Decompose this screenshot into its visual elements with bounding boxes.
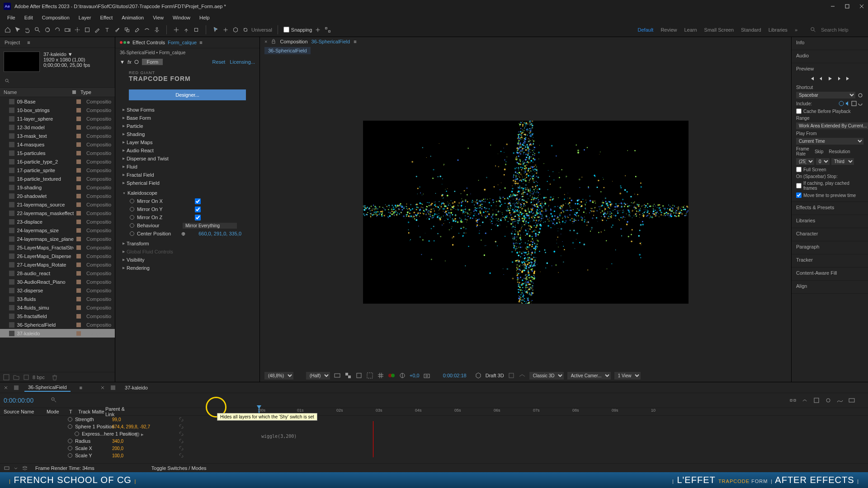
snap-grid-icon[interactable] [324,26,332,34]
col-mode[interactable]: Mode [47,409,69,414]
link-icon[interactable] [179,417,184,422]
mirror-y-prop[interactable]: Mirror On Y [115,205,259,213]
property-value[interactable]: 100,0 [112,453,123,458]
current-time-display[interactable]: 0:00:00:00 [4,397,33,404]
stopwatch-icon[interactable] [130,215,134,220]
snapping-checkbox[interactable] [283,27,289,33]
caching-checkbox[interactable] [796,183,802,188]
col-type[interactable]: Type [80,89,91,95]
project-item[interactable]: 18-particle_texturedCompositio [0,174,115,183]
snap-options-icon[interactable] [314,26,322,34]
behaviour-select[interactable]: Mirror Everything [183,223,237,229]
link-icon[interactable] [179,446,184,451]
project-item[interactable]: 30-AudioReact_PianoCompositio [0,277,115,286]
res-select[interactable]: Third [831,158,854,165]
expr-lang-icon[interactable]: ▸ [141,432,146,436]
effect-group[interactable]: Transform [115,239,259,248]
minimize-icon[interactable] [830,4,835,9]
mirror-x-prop[interactable]: Mirror On X [115,197,259,205]
project-item[interactable]: 32-disperseCompositio [0,286,115,295]
prev-frame-icon[interactable] [818,76,824,81]
expression-text[interactable]: wiggle(3,200) [261,434,297,439]
project-item[interactable]: 12-3d modelCompositio [0,123,115,131]
property-value[interactable]: 200,0 [112,446,123,451]
roi-icon[interactable] [366,372,373,379]
timeline-tab-0[interactable]: 36-SphericalField [24,384,71,392]
renderer-select[interactable]: Classic 3D [529,372,564,380]
effect-group[interactable]: Disperse and Twist [115,155,259,163]
expr-graph-icon[interactable]: ~ [128,432,133,436]
camera-select[interactable]: Active Camer... [567,372,611,380]
snapshot-icon[interactable] [423,372,430,379]
stopwatch-icon[interactable] [75,432,79,436]
flowchart-comp[interactable]: 36-SphericalField [264,47,311,54]
home-icon[interactable] [4,26,12,34]
effect-group[interactable]: Visibility [115,256,259,264]
timeline-ruler[interactable]: Source Name Mode T Track Matte Parent & … [0,408,868,416]
property-value[interactable]: 674,4, 299,8, -92,7 [112,424,150,429]
project-item[interactable]: 13-mask_textCompositio [0,131,115,140]
effect-group[interactable]: Spherical Field [115,179,259,187]
viewer-content[interactable] [264,59,788,366]
fullscreen-checkbox[interactable] [796,167,802,172]
stopwatch-icon[interactable] [68,453,72,458]
project-item[interactable]: 16-particle_type_2Compositio [0,157,115,166]
cursor-icon[interactable] [212,26,220,34]
comp-mini-flowchart-icon[interactable] [789,397,797,404]
info-panel[interactable]: Info [792,37,868,50]
viewer-tab-label[interactable]: Composition [280,39,307,44]
licensing-link[interactable]: Licensing... [230,59,255,65]
stopwatch-icon[interactable] [68,446,72,450]
last-frame-icon[interactable] [845,76,851,81]
new-comp-icon[interactable] [23,374,30,381]
play-icon[interactable] [827,76,833,81]
menu-composition[interactable]: Composition [38,14,73,21]
viewer-comp-name[interactable]: 36-SphericalField [311,39,350,44]
collapsed-panel[interactable]: Effects & Presets [792,202,868,215]
shortcut-select[interactable]: Spacebar [796,92,855,99]
expr-enable-icon[interactable]: ≡ [122,432,127,436]
mirror-z-checkbox[interactable] [195,215,201,221]
col-track-matte[interactable]: Track Matte [78,409,105,414]
collapsed-panel[interactable]: Character [792,228,868,241]
new-folder-icon[interactable] [13,374,20,381]
project-item[interactable]: 23-displaceCompositio [0,217,115,226]
grid-icon[interactable] [377,372,384,379]
3d-ground-icon[interactable] [519,372,526,379]
menu-effect[interactable]: Effect [96,14,116,21]
effect-group[interactable]: Shading [115,130,259,138]
collapsed-panel[interactable]: Tracker [792,254,868,267]
resolution-select[interactable]: (Half) [306,372,330,380]
timeline-search[interactable] [51,397,57,404]
camera-tool-icon[interactable] [63,26,71,34]
rotate-tool-icon[interactable] [53,26,61,34]
axis-world-icon[interactable] [182,26,190,34]
pen-tool-icon[interactable] [93,26,101,34]
help-search[interactable] [810,26,864,33]
effect-enable-icon[interactable] [134,59,139,65]
stopwatch-icon[interactable] [130,223,134,228]
kaleidoscope-group[interactable]: Kaleidoscope [115,189,259,197]
brainstorm-icon[interactable] [848,397,855,404]
effect-group[interactable]: Fluid [115,163,259,171]
project-item[interactable]: 17-particle_spriteCompositio [0,166,115,174]
project-item[interactable]: 28-audio_reactCompositio [0,269,115,277]
timeline-property-row[interactable]: Scale Y100,0 [0,452,868,459]
axis-local-icon[interactable] [172,26,180,34]
timeline-tab-menu-icon[interactable]: ≡ [76,384,86,391]
puppet-tool-icon[interactable] [153,26,161,34]
project-tab[interactable]: Project [5,40,20,45]
behaviour-prop[interactable]: BehaviourMirror Everything [115,221,259,230]
menu-file[interactable]: File [4,14,19,21]
layer-icon[interactable] [22,465,28,471]
designer-button[interactable]: Designer... [129,89,246,100]
project-item[interactable]: 10-box_stringsCompositio [0,106,115,114]
menu-animation[interactable]: Animation [118,14,147,21]
mirror-x-checkbox[interactable] [195,198,201,204]
timeline-tab-1[interactable]: 37-kaleido [121,384,151,391]
stopwatch-icon[interactable] [68,417,72,422]
motion-blur-icon[interactable] [825,397,832,404]
effect-group[interactable]: Audio React [115,146,259,155]
link-icon[interactable] [179,453,184,458]
views-select[interactable]: 1 View [614,372,641,380]
